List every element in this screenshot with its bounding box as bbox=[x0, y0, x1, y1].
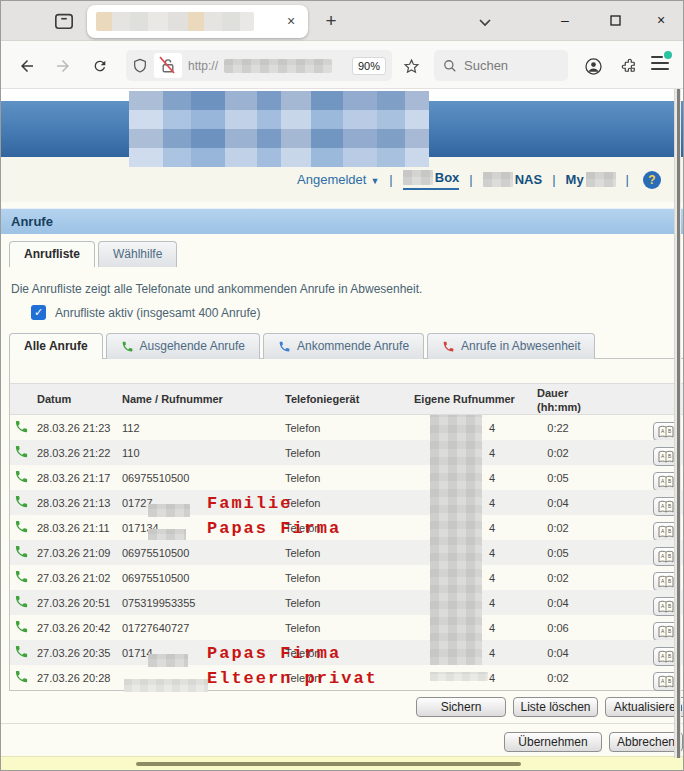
insecure-lock-icon[interactable] bbox=[154, 53, 182, 78]
filter-tab-ausgehend[interactable]: Ausgehende Anrufe bbox=[106, 333, 260, 359]
call-name: 01727640727 bbox=[122, 622, 189, 634]
call-own-number-suffix: 4 bbox=[489, 672, 495, 684]
search-bar[interactable]: Suchen bbox=[434, 50, 568, 81]
outgoing-call-icon bbox=[14, 619, 29, 634]
call-datum: 27.03.26 20:35 bbox=[37, 647, 110, 659]
call-device: Telefon bbox=[285, 447, 320, 459]
table-row[interactable]: 28.03.26 21:22 110 Telefon 4 0:02 bbox=[10, 440, 683, 465]
filter-tab-ankommend[interactable]: Ankommende Anrufe bbox=[263, 333, 424, 359]
table-row[interactable]: 27.03.26 20:51 075319953355 Telefon 4 0:… bbox=[10, 590, 683, 615]
call-device: Telefon bbox=[285, 547, 320, 559]
call-own-number-suffix: 4 bbox=[489, 422, 495, 434]
redacted-phone-number bbox=[124, 679, 208, 692]
red-annotation: Familie bbox=[207, 494, 292, 513]
sichern-button[interactable]: Sichern bbox=[416, 697, 506, 717]
abbrechen-button[interactable]: Abbrechen bbox=[609, 732, 683, 752]
table-row[interactable]: 27.03.26 20:35 01714 Telefon 4 0:04 Papa… bbox=[10, 640, 683, 665]
table-body: 28.03.26 21:23 112 Telefon 4 0:22 28.03.… bbox=[10, 415, 683, 690]
table-row[interactable]: 28.03.26 21:11 017134 Telefon 4 0:02 Pap… bbox=[10, 515, 683, 540]
call-device: Telefon bbox=[285, 572, 320, 584]
call-name: 112 bbox=[122, 422, 140, 434]
call-datum: 28.03.26 21:11 bbox=[37, 522, 110, 534]
tab-anrufliste[interactable]: Anrufliste bbox=[9, 241, 95, 267]
table-row[interactable]: 28.03.26 21:17 06975510500 Telefon 4 0:0… bbox=[10, 465, 683, 490]
nav-link-myfritz[interactable]: My bbox=[566, 172, 616, 187]
bookmark-star-icon[interactable] bbox=[399, 54, 423, 78]
logged-in-menu[interactable]: Angemeldet▼ bbox=[297, 172, 379, 187]
red-annotation: Elteern privat bbox=[207, 669, 378, 688]
tab-close-icon[interactable]: × bbox=[281, 11, 301, 31]
window-maximize-button[interactable] bbox=[599, 7, 631, 34]
call-datum: 27.03.26 20:42 bbox=[37, 622, 110, 634]
browser-window: × + – × http:// bbox=[0, 0, 684, 771]
form-button-row: Übernehmen Abbrechen bbox=[1, 732, 683, 754]
forward-button[interactable] bbox=[51, 54, 75, 78]
back-button[interactable] bbox=[15, 54, 39, 78]
tracking-shield-icon[interactable] bbox=[132, 57, 148, 75]
table-row[interactable]: 28.03.26 21:13 01727 Telefon 4 0:04 Fami… bbox=[10, 490, 683, 515]
window-minimize-button[interactable]: – bbox=[549, 7, 581, 34]
browser-tab[interactable]: × bbox=[87, 5, 308, 38]
account-icon[interactable] bbox=[581, 54, 605, 78]
outgoing-call-icon bbox=[14, 419, 29, 434]
vertical-scrollbar-thumb[interactable] bbox=[677, 89, 680, 758]
call-device: Telefon bbox=[285, 472, 320, 484]
outgoing-call-icon bbox=[14, 544, 29, 559]
phonebook-icon bbox=[657, 525, 675, 539]
zoom-level-badge[interactable]: 90% bbox=[352, 57, 386, 75]
redacted-url-host bbox=[224, 59, 332, 73]
new-tab-button[interactable]: + bbox=[317, 7, 345, 35]
call-name: 017134 bbox=[122, 522, 159, 534]
menu-hamburger-icon[interactable] bbox=[651, 56, 669, 72]
call-own-number-suffix: 4 bbox=[489, 497, 495, 509]
search-placeholder: Suchen bbox=[464, 58, 508, 73]
phonebook-icon bbox=[657, 600, 675, 614]
aktualisieren-button[interactable]: Aktualisieren bbox=[605, 697, 684, 717]
filter-tab-abwesenheit[interactable]: Anrufe in Abwesenheit bbox=[427, 333, 595, 359]
call-name: 06975510500 bbox=[122, 572, 189, 584]
horizontal-scrollbar-thumb[interactable] bbox=[136, 762, 521, 766]
table-row[interactable]: 27.03.26 21:02 06975510500 Telefon 4 0:0… bbox=[10, 565, 683, 590]
vertical-scrollbar[interactable] bbox=[674, 89, 681, 758]
help-icon[interactable]: ? bbox=[643, 171, 661, 189]
browser-tab-strip: × + – × bbox=[1, 1, 683, 41]
anrufliste-aktiv-checkbox[interactable]: ✓ bbox=[31, 305, 46, 320]
liste-loeschen-button[interactable]: Liste löschen bbox=[513, 697, 598, 717]
call-duration: 0:06 bbox=[540, 622, 576, 634]
red-annotation: Papas Firma bbox=[207, 519, 341, 538]
extensions-puzzle-icon[interactable] bbox=[617, 54, 641, 78]
outgoing-call-icon bbox=[121, 340, 134, 353]
table-row[interactable]: 27.03.26 20:28 Telefon 4 0:02 Elteern pr… bbox=[10, 665, 683, 690]
nav-link-box[interactable]: Box bbox=[403, 170, 460, 190]
window-close-button[interactable]: × bbox=[645, 7, 677, 34]
horizontal-scrollbar[interactable] bbox=[1, 756, 683, 770]
url-bar[interactable]: http:// 90% bbox=[126, 50, 392, 81]
uebernehmen-button[interactable]: Übernehmen bbox=[504, 732, 602, 752]
phonebook-icon bbox=[657, 425, 675, 439]
call-device: Telefon bbox=[285, 597, 320, 609]
nav-link-nas[interactable]: NAS bbox=[483, 172, 542, 187]
call-own-number-suffix: 4 bbox=[489, 547, 495, 559]
redacted-brand bbox=[403, 170, 433, 185]
table-button-row: Sichern Liste löschen Aktualisieren bbox=[1, 697, 683, 719]
call-name: 075319953355 bbox=[122, 597, 195, 609]
intro-text: Die Anrufliste zeigt alle Telefonate und… bbox=[11, 282, 422, 296]
table-row[interactable]: 28.03.26 21:23 112 Telefon 4 0:22 bbox=[10, 415, 683, 440]
table-row[interactable]: 27.03.26 20:42 01727640727 Telefon 4 0:0… bbox=[10, 615, 683, 640]
call-own-number-suffix: 4 bbox=[489, 522, 495, 534]
firefox-view-icon[interactable] bbox=[51, 9, 77, 33]
call-duration: 0:02 bbox=[540, 672, 576, 684]
table-row[interactable]: 27.03.26 21:09 06975510500 Telefon 4 0:0… bbox=[10, 540, 683, 565]
filter-tab-alle[interactable]: Alle Anrufe bbox=[9, 333, 103, 359]
checkbox-row: ✓ Anrufliste aktiv (insgesamt 400 Anrufe… bbox=[31, 305, 260, 320]
reload-button[interactable] bbox=[88, 54, 112, 78]
call-device: Telefon bbox=[285, 422, 320, 434]
outgoing-call-icon bbox=[14, 469, 29, 484]
call-datum: 28.03.26 21:17 bbox=[37, 472, 110, 484]
list-tabs-chevron-icon[interactable] bbox=[473, 11, 497, 33]
redacted-brand bbox=[586, 172, 616, 187]
table-header: Datum Name / Rufnummer Telefoniegerät Ei… bbox=[10, 383, 683, 415]
tab-waehlhilfe[interactable]: Wählhilfe bbox=[98, 241, 177, 267]
redacted-own-number-column bbox=[430, 415, 482, 665]
redacted-brand bbox=[483, 172, 513, 187]
